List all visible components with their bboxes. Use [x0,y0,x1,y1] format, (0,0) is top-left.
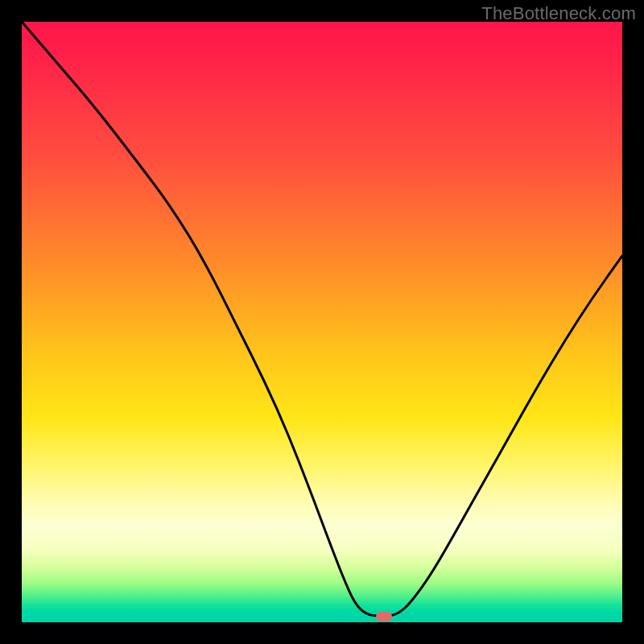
plot-area [22,22,622,622]
optimum-marker [376,612,392,621]
watermark-text: TheBottleneck.com [481,3,636,24]
curve-svg [22,22,622,622]
bottleneck-curve [22,22,622,616]
chart-frame: TheBottleneck.com [0,0,644,644]
